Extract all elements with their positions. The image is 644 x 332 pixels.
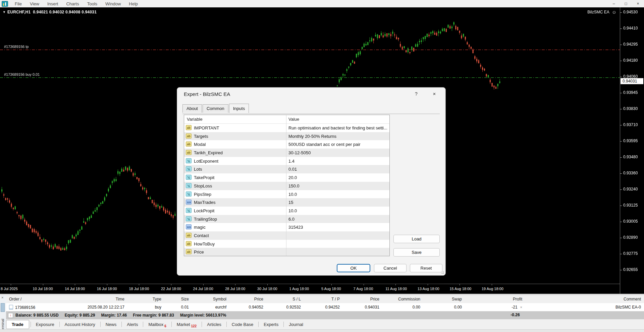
tab-inputs[interactable]: Inputs — [229, 104, 249, 113]
order-row[interactable]: 1736891562025.08.20 12:22:17buy0.01eurch… — [6, 303, 644, 311]
param-value[interactable]: 0.01 — [288, 167, 388, 172]
param-value[interactable]: 150.0 — [288, 183, 388, 188]
param-value[interactable]: 1.4 — [288, 159, 388, 164]
param-row-important[interactable]: abIMPORTANTRun optimisation and bactest … — [184, 124, 389, 132]
param-value[interactable]: 20.0 — [288, 175, 388, 180]
param-value[interactable]: 500USD standart acc or cent per pair — [288, 142, 388, 147]
menu-help[interactable]: Help — [125, 1, 142, 6]
time-axis-label: 28 Jul 18:00 — [225, 287, 245, 291]
param-value[interactable]: 15 — [288, 200, 388, 205]
terminal-tab-journal[interactable]: Journal — [284, 320, 308, 329]
price-axis-tick — [620, 109, 622, 109]
column-header-comment[interactable]: Comment — [525, 297, 644, 301]
terminal-tab-market[interactable]: Market122 — [172, 320, 202, 329]
param-value[interactable]: 315423 — [288, 225, 388, 230]
order-cell-value: 0.01 — [181, 305, 189, 310]
column-header-commission[interactable]: Commission — [382, 297, 423, 301]
terminal-scroll-marker[interactable] — [1, 303, 5, 312]
terminal-tab-exposure[interactable]: Exposure — [31, 320, 59, 329]
param-value[interactable]: Monthly 20-50% Returns — [288, 134, 388, 139]
param-row-howtobuy[interactable]: abHowToBuy — [184, 240, 389, 248]
balance-summary: Balance: 9 885.55 USDEquity: 9 885.29Mar… — [15, 313, 232, 318]
param-value[interactable]: 6.0 — [288, 217, 388, 222]
ea-enabled-smiley-icon[interactable]: ☺ — [612, 9, 616, 15]
chevron-down-icon[interactable]: ▼ — [3, 10, 6, 14]
resize-grip[interactable] — [440, 270, 444, 274]
param-row-lots[interactable]: ½Lots0.01 — [184, 165, 389, 173]
time-axis-tick — [364, 284, 364, 285]
param-value[interactable]: 30-12-5050 — [288, 150, 388, 155]
param-row-maxtrades[interactable]: 123MaxTrades15 — [184, 198, 389, 207]
order-cell-commission: 0.00 — [382, 305, 423, 310]
param-row-magic[interactable]: 123magic315423 — [184, 223, 389, 231]
terminal-tab-articles[interactable]: Articles — [202, 320, 226, 329]
column-header-symbol[interactable]: Symbol — [192, 297, 229, 301]
minimize-icon[interactable]: – — [608, 0, 620, 7]
tab-common[interactable]: Common — [203, 104, 228, 113]
time-axis[interactable]: 8 Jul 202510 Jul 18:0014 Jul 18:0016 Jul… — [0, 284, 620, 294]
param-value[interactable]: Run optimisation and bactest for finding… — [288, 125, 388, 130]
reset-button[interactable]: Reset — [410, 264, 442, 272]
column-header-profit[interactable]: Profit — [465, 297, 525, 301]
param-row-takepropit[interactable]: ½TakePropit20.0 — [184, 173, 389, 182]
order-cell-price: 0.94052 — [229, 305, 266, 310]
column-header-type[interactable]: Type — [127, 297, 164, 301]
terminal-tab-mailbox[interactable]: Mailbox6 — [143, 320, 171, 329]
param-name: HowToBuy — [194, 241, 215, 246]
param-row-pipsstep[interactable]: ½PipsStep10.0 — [184, 190, 389, 199]
column-divider[interactable] — [286, 115, 286, 256]
terminal-tab-trade[interactable]: Trade — [6, 320, 29, 329]
param-row-tarikh-expired[interactable]: abTarikh_Expired30-12-5050 — [184, 149, 389, 157]
terminal-tab-news[interactable]: News — [101, 320, 122, 329]
order-cell-profit: -21× — [465, 305, 525, 310]
terminal-close-icon[interactable]: × — [1, 295, 3, 299]
terminal-tab-code-base[interactable]: Code Base — [227, 320, 258, 329]
close-icon[interactable]: × — [632, 0, 644, 7]
param-value[interactable]: 10.0 — [288, 192, 388, 197]
menu-tools[interactable]: Tools — [83, 1, 101, 6]
terminal-tab-account-history[interactable]: Account History — [60, 320, 100, 329]
param-row-modal[interactable]: abModal500USD standart acc or cent per p… — [184, 140, 389, 149]
param-row-stoploss[interactable]: ½StopLoss150.0 — [184, 182, 389, 190]
menu-window[interactable]: Window — [101, 1, 125, 6]
menu-view[interactable]: View — [26, 1, 43, 6]
param-row-targets[interactable]: abTargetsMonthly 20-50% Returns — [184, 132, 389, 141]
param-row-contact[interactable]: abContact — [184, 231, 389, 240]
app-icon[interactable] — [2, 1, 8, 7]
cancel-button[interactable]: Cancel — [374, 264, 407, 272]
column-header-price[interactable]: Price — [229, 297, 266, 301]
terminal-tab-alerts[interactable]: Alerts — [122, 320, 143, 329]
column-header-size[interactable]: Size — [164, 297, 192, 301]
column-header-s-l[interactable]: S / L — [266, 297, 304, 301]
param-row-lockpropit[interactable]: ½LockPropit10.0 — [184, 207, 389, 215]
time-axis-tick — [43, 284, 43, 285]
menu-charts[interactable]: Charts — [62, 1, 83, 6]
close-position-icon[interactable]: × — [520, 305, 522, 309]
close-icon[interactable]: × — [429, 90, 439, 98]
order-cell-s-l: 0.92532 — [266, 305, 304, 310]
ab-type-icon: ab — [186, 233, 192, 238]
column-header-price[interactable]: Price — [343, 297, 382, 301]
param-row-lotexponent[interactable]: ½LotExponent1.4 — [184, 157, 389, 165]
price-axis-tick — [620, 93, 622, 93]
time-axis-tick — [203, 284, 204, 285]
tab-about[interactable]: About — [182, 104, 202, 113]
menu-insert[interactable]: Insert — [43, 1, 62, 6]
column-header-swap[interactable]: Swap — [423, 297, 465, 301]
time-axis-label: 13 Aug 18:00 — [418, 287, 439, 291]
ok-button[interactable]: OK — [337, 264, 370, 272]
load-button[interactable]: Load — [393, 235, 440, 243]
price-axis[interactable]: 0.94031 0.945300.944100.942950.941800.94… — [620, 7, 644, 294]
terminal-tab-experts[interactable]: Experts — [259, 320, 283, 329]
help-icon[interactable]: ? — [412, 90, 421, 98]
menu-file[interactable]: File — [11, 1, 26, 6]
maximize-icon[interactable]: □ — [620, 0, 632, 7]
param-value[interactable]: 10.0 — [288, 208, 388, 213]
save-button[interactable]: Save — [393, 248, 440, 257]
param-row-price[interactable]: abPrice — [184, 248, 389, 256]
param-row-trailingstop[interactable]: ½TrailingStop6.0 — [184, 215, 389, 223]
column-header-t-p[interactable]: T / P — [304, 297, 343, 301]
column-header-time[interactable]: Time — [56, 297, 127, 301]
column-header-order[interactable]: Order / — [6, 297, 56, 301]
price-axis-tick — [620, 29, 622, 29]
